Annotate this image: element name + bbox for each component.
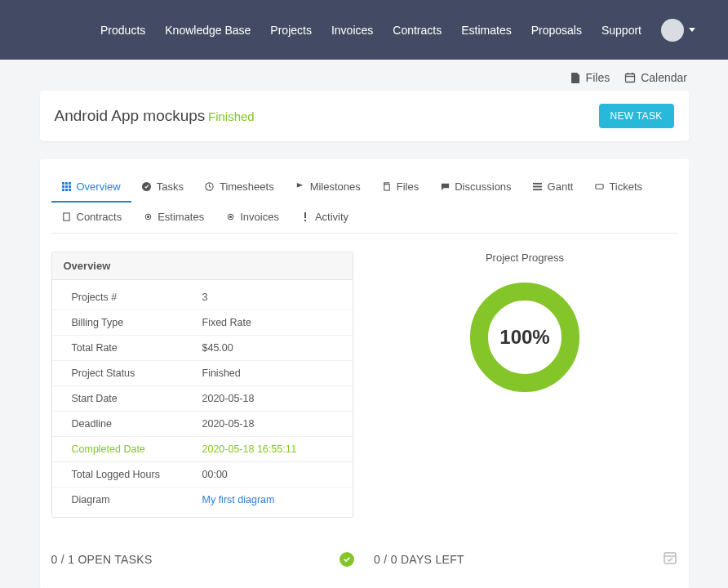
bars-icon: [533, 182, 543, 192]
tab-label: Milestones: [310, 180, 361, 193]
svg-rect-16: [533, 183, 542, 185]
svg-rect-18: [533, 189, 542, 190]
svg-rect-0: [626, 74, 635, 82]
check-circle-icon: [340, 552, 354, 567]
overview-panel-body: Projects # 3 Billing Type Fixed Rate Tot…: [52, 280, 353, 517]
meta-value: 00:00: [202, 469, 333, 480]
tab-activity[interactable]: Activity: [290, 203, 359, 233]
meta-value: 2020-05-18: [202, 393, 333, 404]
stat-open-tasks: 0 / 1 OPEN TASKS: [51, 550, 355, 568]
progress-title: Project Progress: [373, 252, 677, 264]
tab-label: Invoices: [240, 211, 279, 223]
avatar: [661, 19, 684, 42]
svg-rect-19: [596, 185, 603, 189]
calendar-icon: [624, 72, 636, 83]
clock-icon: [205, 182, 215, 192]
tab-timesheets[interactable]: Timesheets: [194, 172, 285, 203]
sub-toolbar: Files Calendar: [0, 60, 728, 91]
meta-row-logged-hours: Total Logged Hours 00:00: [52, 462, 353, 488]
meta-label: Total Logged Hours: [72, 469, 202, 480]
meta-label: Start Date: [72, 393, 202, 404]
tab-files[interactable]: Files: [371, 172, 429, 203]
meta-value: Fixed Rate: [202, 317, 333, 328]
tab-discussions[interactable]: Discussions: [429, 172, 522, 203]
tab-gantt[interactable]: Gantt: [522, 172, 584, 203]
files-label: Files: [586, 71, 610, 84]
project-main-card: Overview Tasks Timesheets Milestones: [40, 159, 689, 588]
svg-rect-4: [62, 182, 64, 185]
meta-row-projects-num: Projects # 3: [52, 285, 353, 310]
svg-rect-20: [64, 213, 69, 220]
meta-value: Finished: [202, 368, 333, 379]
file-icon: [62, 212, 72, 222]
nav-knowledge-base[interactable]: Knowledge Base: [165, 24, 251, 37]
svg-point-24: [229, 216, 231, 217]
nav-contracts[interactable]: Contracts: [393, 24, 442, 37]
svg-rect-9: [69, 185, 71, 188]
meta-row-diagram: Diagram My first diagram: [52, 488, 353, 512]
stat-days-left: 0 / 0 DAYS LEFT: [374, 550, 677, 568]
ticket-icon: [594, 182, 604, 192]
tab-label: Tasks: [157, 180, 184, 193]
calendar-link[interactable]: Calendar: [624, 71, 687, 84]
nav-projects[interactable]: Projects: [270, 24, 312, 37]
grid-icon: [62, 182, 72, 192]
svg-rect-5: [65, 182, 68, 185]
tab-milestones[interactable]: Milestones: [285, 172, 371, 203]
stat-open-tasks-text: 0 / 1 OPEN TASKS: [51, 553, 153, 566]
files-link[interactable]: Files: [570, 71, 610, 84]
meta-label: Completed Date: [72, 443, 202, 455]
meta-value: $45.00: [202, 342, 333, 354]
svg-rect-29: [664, 553, 676, 564]
nav-invoices[interactable]: Invoices: [331, 24, 373, 37]
project-title-wrap: Android App mockups Finished: [55, 107, 255, 125]
project-title: Android App mockups: [55, 107, 206, 124]
meta-row-completed-date: Completed Date 2020-05-18 16:55:11: [52, 437, 353, 462]
tab-contracts[interactable]: Contracts: [51, 203, 133, 233]
stat-days-left-text: 0 / 0 DAYS LEFT: [374, 553, 464, 566]
nav-proposals[interactable]: Proposals: [531, 24, 582, 37]
user-menu[interactable]: [661, 19, 695, 42]
meta-value: 3: [202, 292, 333, 303]
meta-row-billing-type: Billing Type Fixed Rate: [52, 310, 353, 336]
svg-rect-10: [62, 189, 64, 191]
meta-label: Deadline: [72, 418, 202, 430]
project-header: Android App mockups Finished NEW TASK: [40, 91, 689, 141]
svg-point-22: [147, 216, 149, 217]
svg-rect-17: [533, 186, 542, 188]
tab-label: Estimates: [158, 211, 204, 223]
svg-rect-8: [65, 185, 68, 188]
tab-overview[interactable]: Overview: [51, 172, 131, 203]
meta-label: Billing Type: [72, 317, 202, 328]
tab-label: Contracts: [77, 211, 122, 223]
meta-row-total-rate: Total Rate $45.00: [52, 336, 353, 361]
top-nav-links: Products Knowledge Base Projects Invoice…: [100, 19, 695, 42]
svg-rect-11: [65, 189, 68, 191]
file-icon: [570, 72, 581, 83]
comment-icon: [440, 182, 450, 192]
exclamation-icon: [300, 212, 310, 222]
progress-donut: 100%: [468, 280, 582, 394]
tab-invoices[interactable]: Invoices: [215, 203, 290, 233]
new-task-button[interactable]: NEW TASK: [599, 104, 674, 128]
nav-estimates[interactable]: Estimates: [461, 24, 511, 37]
gear-icon: [225, 212, 235, 222]
check-circle-icon: [142, 182, 152, 192]
meta-row-project-status: Project Status Finished: [52, 361, 353, 386]
meta-label: Diagram: [72, 494, 202, 506]
tab-estimates[interactable]: Estimates: [132, 203, 215, 233]
tab-label: Overview: [77, 180, 121, 193]
meta-value: 2020-05-18: [202, 418, 333, 430]
diagram-link[interactable]: My first diagram: [202, 494, 275, 506]
nav-products[interactable]: Products: [100, 24, 145, 37]
tab-label: Activity: [315, 211, 348, 223]
svg-rect-6: [69, 182, 71, 185]
meta-value: 2020-05-18 16:55:11: [202, 443, 333, 455]
tab-tickets[interactable]: Tickets: [584, 172, 653, 203]
tab-label: Timesheets: [220, 180, 274, 193]
svg-rect-12: [69, 189, 71, 191]
nav-support[interactable]: Support: [601, 24, 641, 37]
project-status-badge: Finished: [208, 109, 255, 123]
meta-row-deadline: Deadline 2020-05-18: [52, 412, 353, 437]
tab-tasks[interactable]: Tasks: [131, 172, 194, 203]
